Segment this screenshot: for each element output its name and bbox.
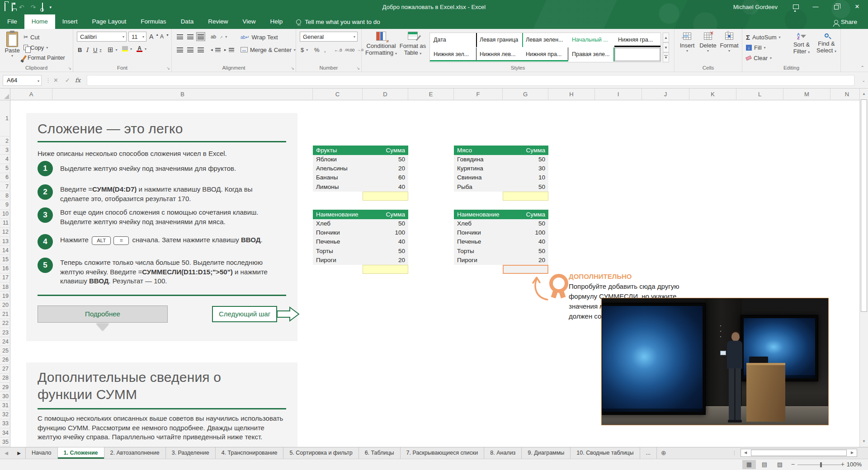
next-sheet-icon[interactable]: ▶: [13, 447, 25, 459]
table-row[interactable]: Печенье40: [454, 237, 548, 246]
row-header-16[interactable]: 16: [0, 264, 10, 273]
bottom-align-button[interactable]: [196, 32, 205, 41]
zoom-level[interactable]: 100%: [847, 461, 862, 468]
table-row[interactable]: Лимоны40: [313, 183, 408, 192]
row-header-20[interactable]: 20: [0, 301, 10, 310]
row-header-13[interactable]: 13: [0, 237, 10, 246]
table-header[interactable]: НаименованиеСумма: [313, 210, 408, 219]
table-row[interactable]: Рыба50: [454, 183, 548, 192]
share-button[interactable]: Share: [834, 15, 860, 28]
sheet-tab-2. Автозаполнение[interactable]: 2. Автозаполнение: [104, 447, 166, 459]
yellow-answer-cell[interactable]: [363, 265, 408, 274]
accounting-format-button[interactable]: $▾: [301, 45, 308, 54]
decrease-decimal-button[interactable]: .00→.0: [349, 45, 363, 54]
table-row[interactable]: Хлеб50: [454, 219, 548, 228]
column-header-J[interactable]: J: [642, 89, 689, 100]
format-painter-button[interactable]: Format Painter: [24, 53, 65, 62]
gallery-down-icon[interactable]: ▼: [663, 42, 669, 52]
cancel-formula-icon[interactable]: ✕: [53, 75, 58, 86]
vertical-scrollbar[interactable]: ▲ ▼: [859, 89, 868, 447]
horizontal-scroll-thumb[interactable]: [751, 450, 847, 456]
page-layout-view-icon[interactable]: ▤: [758, 460, 771, 469]
align-right-button[interactable]: [196, 45, 205, 54]
tab-page-layout[interactable]: Page Layout: [85, 14, 134, 29]
row-header-10[interactable]: 10: [0, 210, 10, 219]
sheet-tab-10. Сводные таблицы[interactable]: 10. Сводные таблицы: [571, 447, 640, 459]
style-swatch-selected[interactable]: [614, 47, 660, 61]
table-row[interactable]: Говядина50: [454, 155, 548, 164]
row-header-23[interactable]: 23: [0, 328, 10, 337]
fill-color-button[interactable]: ▾: [122, 44, 132, 53]
gallery-more-icon[interactable]: ▼: [663, 52, 669, 62]
row-header-22[interactable]: 22: [0, 319, 10, 328]
sheet-tab-5. Сортировка и фильтр[interactable]: 5. Сортировка и фильтр: [283, 447, 359, 459]
row-header-2[interactable]: 2: [0, 136, 10, 146]
row-header-12[interactable]: 12: [0, 228, 10, 237]
enter-formula-icon[interactable]: ✓: [65, 75, 70, 86]
sheet-tab-Начало[interactable]: Начало: [25, 447, 58, 459]
video-player[interactable]: [601, 298, 829, 425]
style-swatch-Нижняя гра...[interactable]: Нижняя гра...: [614, 33, 660, 47]
sheet-tab-4. Транспонирование[interactable]: 4. Транспонирование: [216, 447, 284, 459]
column-header-B[interactable]: B: [52, 89, 313, 100]
insert-function-icon[interactable]: fx: [75, 75, 80, 86]
column-header-K[interactable]: K: [689, 89, 736, 100]
tab-insert[interactable]: Insert: [55, 14, 85, 29]
tab-help[interactable]: Help: [263, 14, 290, 29]
wrap-text-button[interactable]: ab↵Wrap Text: [241, 33, 278, 42]
column-header-H[interactable]: H: [548, 89, 595, 100]
orange-answer-cell[interactable]: [503, 265, 548, 274]
row-header-24[interactable]: 24: [0, 337, 10, 346]
fill-button[interactable]: ↓Fill▾: [746, 43, 766, 52]
sheet-tab-9. Диаграммы[interactable]: 9. Диаграммы: [522, 447, 571, 459]
merge-center-button[interactable]: ↔Merge & Center▾: [241, 45, 296, 54]
delete-cells-button[interactable]: ✕ Delete▾: [698, 33, 718, 53]
column-header-C[interactable]: C: [313, 89, 363, 100]
next-step-button[interactable]: Следующий шаг: [212, 306, 277, 322]
ribbon-display-options-icon[interactable]: [787, 0, 805, 14]
font-name-combo[interactable]: Calibri▾: [77, 32, 127, 42]
style-swatch-Нижняя лев...[interactable]: Нижняя лев...: [476, 47, 522, 61]
yellow-answer-cell[interactable]: [363, 192, 408, 201]
table-row[interactable]: Яблоки50: [313, 155, 408, 164]
row-header-15[interactable]: 15: [0, 255, 10, 264]
alignment-dialog-launcher[interactable]: ↘: [291, 66, 294, 70]
sort-filter-button[interactable]: AZ Sort &Filter ▾: [790, 33, 813, 56]
row-header-9[interactable]: 9: [0, 200, 10, 209]
clipboard-dialog-launcher[interactable]: ↘: [68, 66, 71, 70]
sheet-tab-...[interactable]: ...: [640, 447, 657, 459]
column-header-D[interactable]: D: [363, 89, 408, 100]
table-row[interactable]: Бананы60: [313, 173, 408, 182]
zoom-slider[interactable]: [797, 465, 841, 465]
user-account[interactable]: Michael Gordeev: [733, 0, 778, 14]
row-header-32[interactable]: 32: [0, 410, 10, 419]
row-header-1[interactable]: 1: [0, 100, 10, 136]
top-align-button[interactable]: [175, 32, 184, 41]
table-row[interactable]: Пончики100: [313, 228, 408, 237]
gallery-up-icon[interactable]: ▲: [663, 33, 669, 42]
more-details-button[interactable]: Подробнее: [38, 306, 168, 323]
row-header-34[interactable]: 34: [0, 428, 10, 437]
minimize-icon[interactable]: —: [807, 0, 825, 14]
table-row[interactable]: Торты50: [454, 247, 548, 256]
table-row[interactable]: Хлеб50: [313, 219, 408, 228]
row-header-31[interactable]: 31: [0, 401, 10, 410]
column-header-G[interactable]: G: [503, 89, 548, 100]
tab-data[interactable]: Data: [174, 14, 201, 29]
restore-icon[interactable]: [827, 0, 845, 14]
row-header-17[interactable]: 17: [0, 273, 10, 282]
decrease-indent-button[interactable]: ◂: [211, 45, 221, 54]
percent-style-button[interactable]: %: [314, 45, 320, 54]
format-cells-button[interactable]: ↔ Format▾: [719, 33, 740, 53]
collapse-ribbon-icon[interactable]: ⌃: [861, 65, 864, 70]
scroll-right-icon[interactable]: ▶: [848, 449, 857, 456]
close-icon[interactable]: ✕: [848, 0, 866, 14]
row-header-19[interactable]: 19: [0, 291, 10, 301]
number-dialog-launcher[interactable]: ↘: [356, 66, 360, 70]
table-row[interactable]: Пончики100: [454, 228, 548, 237]
row-header-35[interactable]: 35: [0, 437, 10, 446]
find-select-button[interactable]: Find &Select ▾: [815, 33, 838, 55]
align-left-button[interactable]: [175, 45, 184, 54]
number-format-combo[interactable]: General▾: [300, 32, 358, 42]
font-color-button[interactable]: A▾: [137, 44, 146, 53]
